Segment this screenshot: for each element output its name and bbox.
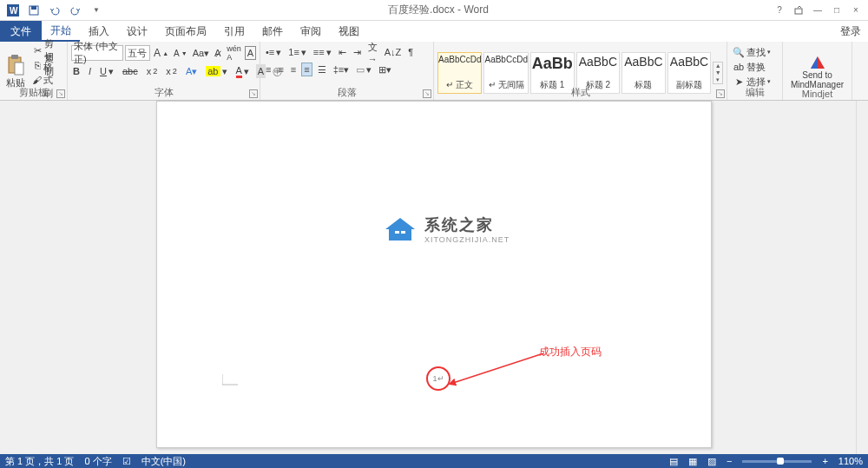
file-tab[interactable]: 文件 xyxy=(0,21,42,42)
clear-format-button[interactable]: A̷ xyxy=(213,46,223,60)
tab-mailings[interactable]: 邮件 xyxy=(253,21,292,42)
page-number-circle: 1↵ xyxy=(426,366,450,391)
tab-pagelayout[interactable]: 页面布局 xyxy=(156,21,215,42)
superscript-button[interactable]: x2 xyxy=(164,64,179,78)
group-clipboard: 粘贴 ✂剪切 ⎘复制 🖌格式刷 剪贴板 ↘ xyxy=(0,42,68,100)
copy-icon: ⎘ xyxy=(32,59,43,71)
bullets-icon: •≡ xyxy=(266,47,274,57)
increase-indent-button[interactable]: ⇥ xyxy=(352,45,363,59)
numbering-button[interactable]: 1≡▾ xyxy=(286,45,308,59)
group-mindjet: Send to MindManager Mindjet xyxy=(783,42,852,100)
tab-review[interactable]: 审阅 xyxy=(292,21,330,42)
mindjet-icon xyxy=(809,55,826,70)
replace-icon: ab xyxy=(733,61,745,73)
multilevel-icon: ≡≡ xyxy=(313,47,325,57)
word-icon: W xyxy=(3,2,23,19)
svg-rect-4 xyxy=(795,9,802,14)
underline-button[interactable]: U▾ xyxy=(98,64,115,78)
ribbon: 粘贴 ✂剪切 ⎘复制 🖌格式刷 剪贴板 ↘ 宋体 (中文正) 五号 A▲ A▼ … xyxy=(0,42,868,101)
italic-button[interactable]: I xyxy=(87,64,93,78)
tab-references[interactable]: 引用 xyxy=(215,21,253,42)
view-web-button[interactable]: ▨ xyxy=(707,456,716,467)
shading-button[interactable]: ▭▾ xyxy=(354,63,373,76)
qat-dropdown[interactable]: ▼ xyxy=(87,2,106,19)
font-color-button[interactable]: A▾ xyxy=(234,64,251,78)
change-case-button[interactable]: Aa▾ xyxy=(191,46,211,60)
zoom-slider[interactable] xyxy=(742,460,812,463)
status-page[interactable]: 第 1 页，共 1 页 xyxy=(5,455,74,468)
minimize-button[interactable]: — xyxy=(809,3,826,18)
svg-rect-9 xyxy=(401,231,405,234)
close-button[interactable]: × xyxy=(847,3,865,18)
font-size-combo[interactable]: 五号 xyxy=(125,45,151,61)
maximize-button[interactable]: □ xyxy=(828,3,845,18)
group-styles: AaBbCcDd↵ 正文 AaBbCcDd↵ 无间隔 AaBb标题 1 AaBb… xyxy=(434,42,727,100)
strike-button[interactable]: abc xyxy=(121,64,140,78)
char-border-button[interactable]: A xyxy=(245,46,256,60)
quick-access-toolbar: W ▼ xyxy=(0,2,106,19)
format-painter-button[interactable]: 🖌格式刷 xyxy=(30,73,63,87)
bullets-button[interactable]: •≡▾ xyxy=(264,45,283,59)
highlight-button[interactable]: ab▾ xyxy=(204,64,228,78)
redo-button[interactable] xyxy=(66,2,85,19)
borders-button[interactable]: ⊞▾ xyxy=(377,63,393,76)
annotation-arrow xyxy=(448,353,552,388)
shrink-font-button[interactable]: A▼ xyxy=(172,46,189,60)
undo-button[interactable] xyxy=(45,2,64,19)
tab-design[interactable]: 设计 xyxy=(118,21,156,42)
distribute-button[interactable]: ☰ xyxy=(316,63,328,76)
window-title: 百度经验.docx - Word xyxy=(106,3,771,17)
ribbon-options-button[interactable] xyxy=(790,3,807,18)
subscript-button[interactable]: x2 xyxy=(145,64,160,78)
line-spacing-button[interactable]: ‡≡▾ xyxy=(332,63,352,76)
zoom-out-button[interactable]: − xyxy=(727,456,732,466)
replace-button[interactable]: ab替换 xyxy=(731,60,779,74)
status-bar: 第 1 页，共 1 页 0 个字 ☑ 中文(中国) ▤ ▦ ▨ − + 110% xyxy=(0,454,868,468)
ribbon-tabs: 文件 开始 插入 设计 页面布局 引用 邮件 审阅 视图 登录 xyxy=(0,21,868,42)
text-direction-button[interactable]: 文→ xyxy=(366,45,379,59)
zoom-level[interactable]: 110% xyxy=(838,456,863,466)
decrease-indent-button[interactable]: ⇤ xyxy=(337,45,348,59)
scissors-icon: ✂ xyxy=(32,44,43,56)
vertical-scrollbar[interactable] xyxy=(856,101,868,454)
svg-rect-7 xyxy=(15,63,23,75)
zoom-in-button[interactable]: + xyxy=(822,456,827,466)
find-button[interactable]: 🔍查找▾ xyxy=(731,45,779,59)
multilevel-button[interactable]: ≡≡▾ xyxy=(312,45,333,59)
paragraph-launcher[interactable]: ↘ xyxy=(423,89,431,98)
phonetic-button[interactable]: wénA xyxy=(225,46,243,60)
styles-more-button[interactable]: ▲▼▾ xyxy=(713,62,723,84)
brush-icon: 🖌 xyxy=(32,74,42,86)
svg-rect-8 xyxy=(395,231,399,234)
tab-view[interactable]: 视图 xyxy=(330,21,368,42)
clipboard-launcher[interactable]: ↘ xyxy=(56,89,65,98)
bold-button[interactable]: B xyxy=(71,64,82,78)
status-proofing-icon[interactable]: ☑ xyxy=(122,456,131,467)
binoculars-icon: 🔍 xyxy=(733,46,745,58)
save-button[interactable] xyxy=(24,2,43,19)
align-center-button[interactable]: ≡ xyxy=(276,63,285,76)
view-readmode-button[interactable]: ▤ xyxy=(669,456,678,467)
styles-launcher[interactable]: ↘ xyxy=(716,89,725,98)
status-language[interactable]: 中文(中国) xyxy=(141,455,186,468)
svg-rect-3 xyxy=(31,6,36,10)
document-page[interactable]: 系统之家 XITONGZHIJIA.NET 1↵ 成功插入页码 xyxy=(156,101,712,448)
title-bar: W ▼ 百度经验.docx - Word ? — □ × xyxy=(0,0,868,21)
align-justify-button[interactable]: ≡ xyxy=(301,63,312,76)
font-name-combo[interactable]: 宋体 (中文正) xyxy=(71,45,123,61)
show-marks-button[interactable]: ¶ xyxy=(406,45,415,59)
svg-text:W: W xyxy=(10,6,18,16)
text-effects-button[interactable]: A▾ xyxy=(184,64,199,78)
help-button[interactable]: ? xyxy=(771,3,788,18)
group-font: 宋体 (中文正) 五号 A▲ A▼ Aa▾ A̷ wénA A B I U▾ a… xyxy=(68,42,260,100)
watermark: 系统之家 XITONGZHIJIA.NET xyxy=(383,214,510,244)
grow-font-button[interactable]: A▲ xyxy=(152,46,170,60)
status-words[interactable]: 0 个字 xyxy=(84,455,111,468)
align-left-button[interactable]: ≡ xyxy=(264,63,273,76)
login-link[interactable]: 登录 xyxy=(840,24,861,39)
align-right-button[interactable]: ≡ xyxy=(289,63,298,76)
view-print-button[interactable]: ▦ xyxy=(688,456,697,467)
sort-button[interactable]: A↓Z xyxy=(383,45,404,59)
tab-insert[interactable]: 插入 xyxy=(80,21,118,42)
font-launcher[interactable]: ↘ xyxy=(249,89,258,98)
